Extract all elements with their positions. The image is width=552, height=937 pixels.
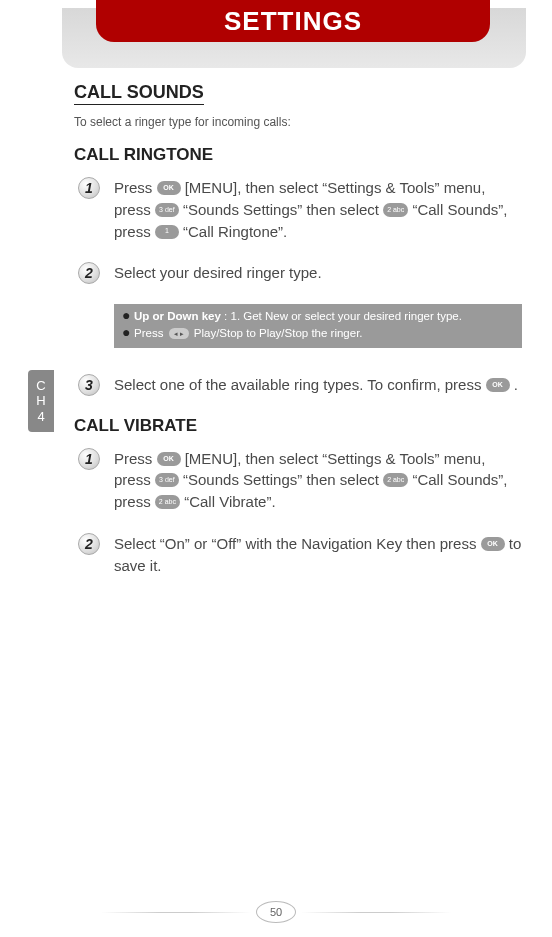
step-text: Select your desired ringer type. <box>114 262 522 284</box>
step-number: 1 <box>78 448 100 470</box>
page-footer: 50 <box>0 901 552 923</box>
key-k3-icon: 3 def <box>155 473 179 487</box>
ringtone-step: 2Select your desired ringer type. <box>74 262 522 284</box>
tips-box: ●Up or Down key : 1. Get New or select y… <box>114 304 522 347</box>
tip-line: ●Press ◂ ▸ Play/Stop to Play/Stop the ri… <box>122 325 514 342</box>
key-k3-icon: 3 def <box>155 203 179 217</box>
step-number-badge: 3 <box>74 374 104 396</box>
subtitle-call-vibrate: CALL VIBRATE <box>74 416 522 436</box>
step-text: Press OK [MENU], then select “Settings &… <box>114 177 522 242</box>
step-number: 2 <box>78 262 100 284</box>
page-number: 50 <box>270 906 282 918</box>
key-ok-icon: OK <box>486 378 510 392</box>
key-k1-icon: 1 <box>155 225 179 239</box>
vibrate-step: 2Select “On” or “Off” with the Navigatio… <box>74 533 522 577</box>
side-tab-line: C <box>36 378 45 394</box>
tip-text: Up or Down key : 1. Get New or select yo… <box>134 308 514 325</box>
content-area: CALL SOUNDS To select a ringer type for … <box>74 82 522 596</box>
bullet-icon: ● <box>122 308 134 323</box>
step-text: Select one of the available ring types. … <box>114 374 522 396</box>
ringtone-steps: 1Press OK [MENU], then select “Settings … <box>74 177 522 396</box>
step-number: 1 <box>78 177 100 199</box>
step-number-badge: 1 <box>74 448 104 470</box>
side-tab-line: H <box>36 393 45 409</box>
intro-text: To select a ringer type for incoming cal… <box>74 115 522 129</box>
ringtone-step: 1Press OK [MENU], then select “Settings … <box>74 177 522 242</box>
key-k2-icon: 2 abc <box>383 473 408 487</box>
section-title-call-sounds: CALL SOUNDS <box>74 82 204 105</box>
bullet-icon: ● <box>122 325 134 340</box>
step-number: 2 <box>78 533 100 555</box>
key-arrows-icon: ◂ ▸ <box>169 328 189 339</box>
chapter-side-tab: C H 4 <box>28 370 54 432</box>
key-ok-icon: OK <box>481 537 505 551</box>
page-number-badge: 50 <box>256 901 296 923</box>
step-number-badge: 2 <box>74 533 104 555</box>
vibrate-step: 1Press OK [MENU], then select “Settings … <box>74 448 522 513</box>
key-ok-icon: OK <box>157 181 181 195</box>
key-k2-icon: 2 abc <box>155 495 180 509</box>
step-text: Press OK [MENU], then select “Settings &… <box>114 448 522 513</box>
tip-bold: Up or Down key <box>134 310 221 322</box>
ringtone-step: 3Select one of the available ring types.… <box>74 374 522 396</box>
vibrate-steps: 1Press OK [MENU], then select “Settings … <box>74 448 522 577</box>
key-ok-icon: OK <box>157 452 181 466</box>
step-text: Select “On” or “Off” with the Navigation… <box>114 533 522 577</box>
page-header-title: SETTINGS <box>224 6 362 37</box>
step-number-badge: 1 <box>74 177 104 199</box>
step-number: 3 <box>78 374 100 396</box>
subtitle-call-ringtone: CALL RINGTONE <box>74 145 522 165</box>
header-title-bar: SETTINGS <box>96 0 490 42</box>
tip-line: ●Up or Down key : 1. Get New or select y… <box>122 308 514 325</box>
key-k2-icon: 2 abc <box>383 203 408 217</box>
tip-text: Press ◂ ▸ Play/Stop to Play/Stop the rin… <box>134 325 514 342</box>
step-number-badge: 2 <box>74 262 104 284</box>
side-tab-line: 4 <box>37 409 44 425</box>
